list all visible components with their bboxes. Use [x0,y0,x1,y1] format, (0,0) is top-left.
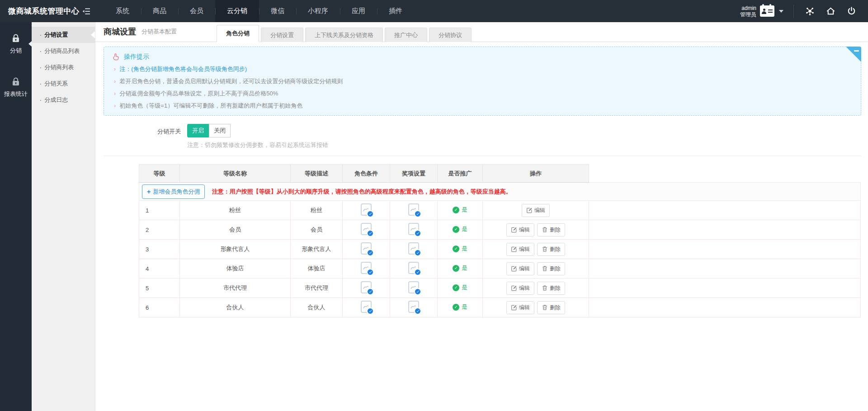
main-menu-item-商品[interactable]: 商品 [141,0,178,22]
plus-icon: + [147,188,151,195]
pencil-icon [511,227,517,233]
sidebar-item-分成日志[interactable]: 分成日志 [32,92,95,108]
role-condition-icon[interactable] [361,281,372,293]
switch-note: 注意：切勿频繁修改分佣参数，容易引起系统运算报错 [187,141,328,149]
table-row: 3 形象代言人 形象代言人 [139,240,861,259]
level-name-cell: 形象代言人 [180,240,291,259]
actions-cell: 编辑删除 [483,298,589,317]
role-condition-icon[interactable] [361,203,372,216]
user-menu[interactable]: admin 管理员 [740,5,788,18]
edit-button[interactable]: 编辑 [506,243,534,256]
check-badge-icon [414,249,421,256]
sidebar-item-分销商列表[interactable]: 分销商列表 [32,59,95,76]
roles-table: 等级等级名称等级描述角色条件奖项设置是否推广操作 + 新增会员角色分佣 [139,164,861,317]
main-menu-item-应用[interactable]: 应用 [340,0,377,22]
logout-button[interactable] [841,0,862,22]
empty-cell [589,240,861,259]
table-warning: 注意：用户按照【等级】从小到大的顺序升级，请按照角色的高级程度来配置角色，越高级… [212,188,512,195]
check-circle-icon [453,246,459,252]
main-menu-item-系统[interactable]: 系统 [104,0,141,22]
role-condition-icon[interactable] [361,223,372,235]
trash-icon [542,304,548,311]
main-menu-item-插件[interactable]: 插件 [377,0,414,22]
level-name-cell: 合伙人 [180,298,291,317]
page-subtitle: 分销基本配置 [142,28,177,36]
check-badge-icon [367,269,374,276]
level-cell: 6 [139,298,180,317]
hand-pointer-icon [112,53,120,61]
tip-line: 注：(角色分销新增角色将会与会员等级角色同步) [112,63,853,75]
shortcuts-button[interactable] [799,0,820,22]
trash-icon [542,227,548,233]
promote-status: 是 [453,264,467,272]
tab-分销协议[interactable]: 分销协议 [429,28,472,42]
module-rail: 分销 报表统计 [0,22,32,411]
delete-button[interactable]: 删除 [537,262,565,275]
add-role-button[interactable]: + 新增会员角色分佣 [142,184,205,199]
tips-title: 操作提示 [124,53,149,61]
pencil-icon [511,304,517,311]
empty-cell [589,220,861,240]
prize-setting-icon[interactable] [408,301,419,313]
edit-button[interactable]: 编辑 [506,262,534,275]
pencil-icon [526,207,533,213]
edit-button[interactable]: 编辑 [506,282,534,295]
edit-button[interactable]: 编辑 [506,301,534,314]
actions-cell: 编辑 [483,201,589,220]
level-name-cell: 粉丝 [180,201,291,220]
delete-button[interactable]: 删除 [537,301,565,314]
column-header: 是否推广 [438,165,483,183]
table-row: 4 体验店 体验店 [139,259,861,279]
column-header: 操作 [483,165,589,183]
page-header: 商城设置 分销基本配置 角色分销分销设置上下线关系及分销资格推广中心分销协议 [95,22,868,42]
main-menu-item-微信[interactable]: 微信 [259,0,296,22]
profile-card-icon [760,5,774,17]
prize-setting-icon[interactable] [408,281,419,293]
check-circle-icon [453,226,459,233]
level-cell: 4 [139,259,180,279]
prize-setting-icon[interactable] [408,262,419,274]
main-menu-item-会员[interactable]: 会员 [178,0,215,22]
home-button[interactable] [820,0,841,22]
check-badge-icon [414,210,421,217]
tab-推广中心[interactable]: 推广中心 [385,28,427,42]
main-menu-item-云分销[interactable]: 云分销 [215,0,259,22]
sidebar-collapse-icon[interactable] [76,0,97,22]
edit-button[interactable]: 编辑 [506,223,534,236]
tab-bar: 角色分销分销设置上下线关系及分销资格推广中心分销协议 [217,24,473,42]
check-badge-icon [414,269,421,276]
role-condition-icon[interactable] [361,242,372,255]
collapse-tips-corner[interactable] [846,47,861,62]
column-header: 奖项设置 [390,165,438,183]
level-name-cell: 会员 [180,220,291,240]
table-row: 6 合伙人 合伙人 [139,298,861,317]
level-cell: 2 [139,220,180,240]
rail-item-分销[interactable]: 分销 [0,22,32,66]
prize-setting-icon[interactable] [408,223,419,235]
level-desc-cell: 粉丝 [291,201,343,220]
actions-cell: 编辑删除 [483,220,589,240]
switch-开启[interactable]: 开启 [187,124,209,137]
distribution-switch-row: 分销开关 开启关闭 注意：切勿频繁修改分佣参数，容易引起系统运算报错 [104,124,861,149]
sidebar-item-分销商品列表[interactable]: 分销商品列表 [32,43,95,59]
edit-button[interactable]: 编辑 [522,204,550,217]
tab-分销设置[interactable]: 分销设置 [261,28,303,42]
main-menu-item-小程序[interactable]: 小程序 [296,0,340,22]
role-condition-icon[interactable] [361,262,372,274]
switch-关闭[interactable]: 关闭 [209,124,231,137]
table-header-row: 等级等级名称等级描述角色条件奖项设置是否推广操作 [139,165,861,183]
distribution-switch: 开启关闭 [187,124,328,137]
sidebar-item-分销设置[interactable]: 分销设置 [32,27,95,43]
tab-角色分销[interactable]: 角色分销 [217,25,259,42]
rail-item-报表统计[interactable]: 报表统计 [0,66,32,109]
prize-setting-icon[interactable] [408,203,419,216]
delete-button[interactable]: 删除 [537,282,565,295]
delete-button[interactable]: 删除 [537,223,565,236]
sidebar-item-分销关系[interactable]: 分销关系 [32,76,95,92]
level-cell: 1 [139,201,180,220]
check-badge-icon [414,288,421,295]
role-condition-icon[interactable] [361,301,372,313]
prize-setting-icon[interactable] [408,242,419,255]
tab-上下线关系及分销资格[interactable]: 上下线关系及分销资格 [305,28,383,42]
delete-button[interactable]: 删除 [537,243,565,256]
